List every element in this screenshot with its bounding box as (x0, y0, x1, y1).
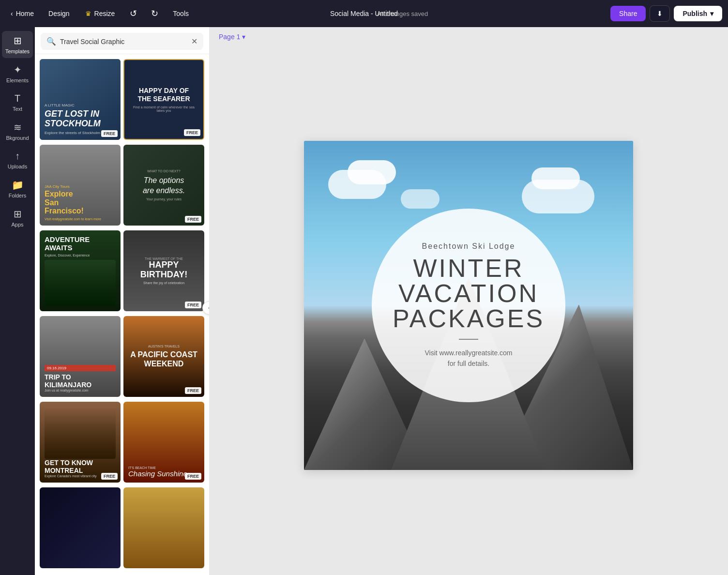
sidebar-item-text[interactable]: T Text (2, 89, 33, 116)
cloud-5 (401, 189, 440, 209)
sidebar-item-label: Elements (6, 77, 29, 83)
crown-icon: ♛ (85, 10, 91, 17)
canvas-card[interactable]: Beechtown Ski Lodge WINTER VACATION PACK… (304, 141, 633, 470)
template-card-seafarer[interactable]: HAPPY DAY OFTHE SEAFARER Find a moment o… (123, 59, 204, 140)
canvas-area: Page 1 ▾ Beechtown Ski Lodge (209, 27, 728, 575)
sidebar-item-label: Uploads (8, 164, 27, 169)
download-icon: ⬇ (657, 10, 663, 17)
lodge-name: Beechtown Ski Lodge (422, 242, 516, 251)
chevron-left-icon: ‹ (11, 10, 13, 17)
template-title-montreal: GET TO KNOWMONTREAL (45, 459, 116, 474)
sidebar-item-label: Text (13, 106, 22, 112)
undo-button[interactable]: ↺ (124, 5, 142, 22)
page-label[interactable]: Page 1 ▾ (219, 33, 245, 41)
sidebar-item-templates[interactable]: ⊞ Templates (2, 31, 33, 58)
sidebar-item-elements[interactable]: ✦ Elements (2, 60, 33, 87)
template-badge-sunshine: FREE (185, 473, 201, 480)
share-button[interactable]: Share (610, 6, 646, 21)
search-input[interactable] (60, 38, 187, 45)
template-card-dark1[interactable] (40, 487, 121, 568)
text-icon: T (15, 93, 20, 104)
search-bar: 🔍 ✕ (35, 27, 209, 54)
template-badge-seafarer: FREE (184, 129, 200, 136)
template-card-sf[interactable]: JAA City Tours ExploreSanFrancisco! Visi… (40, 145, 121, 226)
template-card-birthday[interactable]: THE WARMEST OF THE HAPPYBIRTHDAY! Share … (123, 230, 204, 311)
sidebar-item-apps[interactable]: ⊞ Apps (2, 204, 33, 231)
template-badge-birthday: FREE (185, 302, 201, 308)
template-title-kilimanjaro: TRIP TOKILIMANJARO (45, 373, 116, 389)
search-input-wrapper: 🔍 ✕ (41, 33, 203, 50)
search-clear-button[interactable]: ✕ (191, 37, 197, 46)
sidebar-item-label: Apps (11, 222, 23, 227)
template-title-seafarer: HAPPY DAY OFTHE SEAFARER (137, 87, 190, 103)
cloud-2 (348, 160, 396, 184)
page-indicator: Page 1 ▾ (209, 27, 728, 45)
template-title-adventure: ADVENTURE AWAITS (45, 235, 116, 252)
document-title: Social Media - Untitled (330, 10, 398, 17)
sidebar-item-background[interactable]: ≋ Bkground (2, 118, 33, 145)
resize-button[interactable]: ♛ Resize (79, 7, 121, 20)
sidebar-item-label: Templates (5, 48, 30, 54)
sub-text: Visit www.reallygreatsite.com for full d… (425, 348, 512, 369)
templates-icon: ⊞ (14, 35, 22, 46)
cloud-4 (531, 167, 580, 189)
sidebar: ⊞ Templates ✦ Elements T Text ≋ Bkground… (0, 27, 35, 575)
template-title-options: The optionsare endless. (143, 176, 185, 196)
title-divider (459, 339, 478, 340)
sidebar-item-folders[interactable]: 📁 Folders (2, 175, 33, 202)
template-title-pacific: A PACIFIC COASTWEEKEND (130, 350, 197, 368)
design-button[interactable]: Design (43, 7, 76, 20)
top-navigation: ‹ Home Design ♛ Resize ↺ ↻ Tools All cha… (0, 0, 728, 27)
redo-button[interactable]: ↻ (146, 5, 163, 22)
template-card-stockholm[interactable]: A LITTLE MAGIC GET LOST INSTOCKHOLM Expl… (40, 59, 121, 140)
template-title-birthday: HAPPYBIRTHDAY! (140, 260, 187, 280)
elements-icon: ✦ (14, 64, 22, 76)
template-card-montreal[interactable]: GET TO KNOWMONTREAL Explore Canada's mos… (40, 402, 121, 483)
template-card-pacific[interactable]: AUSTIN'S TRAVELS A PACIFIC COASTWEEKEND … (123, 316, 204, 397)
nav-right-actions: Share ⬇ Publish ▾ (610, 5, 722, 22)
apps-icon: ⊞ (14, 208, 22, 220)
main-layout: ⊞ Templates ✦ Elements T Text ≋ Bkground… (0, 27, 728, 575)
canvas-container: Beechtown Ski Lodge WINTER VACATION PACK… (209, 45, 728, 575)
template-card-warm1[interactable] (123, 487, 204, 568)
home-button[interactable]: ‹ Home (6, 7, 39, 20)
main-title: WINTER VACATION PACKAGES (393, 256, 545, 331)
save-status: All changes saved (198, 10, 607, 17)
home-label: Home (16, 10, 34, 17)
template-card-adventure[interactable]: ADVENTURE AWAITS Explore, Discover, Expe… (40, 230, 121, 311)
sidebar-item-uploads[interactable]: ↑ Uploads (2, 147, 33, 173)
chevron-down-icon: ▾ (710, 10, 713, 17)
template-card-options[interactable]: WHAT TO DO NEXT? The optionsare endless.… (123, 145, 204, 226)
download-button[interactable]: ⬇ (650, 5, 670, 22)
template-card-sunshine[interactable]: IT'S BEACH TIME Chasing Sunshine FREE (123, 402, 204, 483)
background-icon: ≋ (14, 121, 22, 133)
tools-button[interactable]: Tools (167, 7, 195, 20)
search-icon: 🔍 (46, 37, 56, 46)
template-badge-pacific: FREE (185, 387, 201, 394)
templates-grid: A LITTLE MAGIC GET LOST INSTOCKHOLM Expl… (35, 54, 209, 575)
template-title-stockholm: GET LOST INSTOCKHOLM (45, 109, 116, 129)
folder-icon: 📁 (12, 179, 24, 191)
templates-panel: 🔍 ✕ A LITTLE MAGIC GET LOST INSTOCKHOLM … (35, 27, 209, 575)
template-badge-montreal: FREE (101, 473, 118, 480)
publish-button[interactable]: Publish ▾ (674, 6, 722, 21)
template-badge-options: FREE (185, 216, 201, 223)
sidebar-item-label: Bkground (6, 135, 29, 141)
template-title-sf: ExploreSanFrancisco! (45, 190, 116, 215)
template-card-kilimanjaro[interactable]: 09.16.2019 TRIP TOKILIMANJARO Join us at… (40, 316, 121, 397)
chevron-down-icon: ▾ (242, 33, 245, 41)
sidebar-item-label: Folders (9, 193, 27, 198)
canvas-circle-overlay: Beechtown Ski Lodge WINTER VACATION PACK… (372, 209, 565, 402)
upload-icon: ↑ (15, 151, 20, 162)
